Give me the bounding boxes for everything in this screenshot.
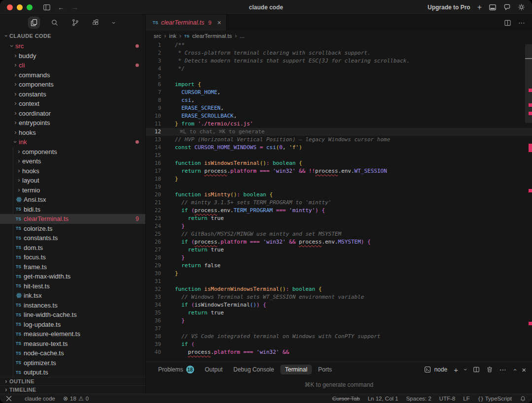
gear-icon[interactable] bbox=[518, 3, 525, 11]
breadcrumb-item[interactable]: ... bbox=[240, 33, 245, 39]
toggle-panel-icon[interactable] bbox=[489, 3, 497, 11]
cursor-tab-toggle[interactable]: Cursor Tab bbox=[332, 396, 360, 402]
tree-folder[interactable]: ›events bbox=[0, 156, 145, 166]
kill-terminal-icon[interactable] bbox=[486, 366, 493, 373]
tree-file[interactable]: ink.tsx bbox=[0, 291, 145, 301]
remote-icon[interactable] bbox=[6, 396, 12, 402]
scrollbar-thumb[interactable] bbox=[525, 44, 532, 123]
code-editor[interactable]: 1/**2 * Cross-platform terminal clearing… bbox=[146, 41, 532, 362]
tree-file[interactable]: TSlog-update.ts bbox=[0, 320, 145, 330]
tree-folder[interactable]: ›termio bbox=[0, 186, 145, 195]
tree-folder[interactable]: ›constants bbox=[0, 90, 145, 99]
tree-file[interactable]: TShit-test.ts bbox=[0, 281, 145, 291]
chevron-down-icon: › bbox=[12, 139, 19, 145]
language-mode-status[interactable]: {} TypeScript bbox=[478, 396, 512, 402]
tree-file[interactable]: TSbidi.ts bbox=[0, 205, 145, 215]
tree-folder[interactable]: ›context bbox=[0, 99, 145, 109]
error-mark bbox=[529, 144, 532, 152]
chevron-right-icon: › bbox=[12, 80, 19, 88]
minimize-window-button[interactable] bbox=[17, 4, 23, 10]
forward-icon[interactable]: → bbox=[71, 3, 78, 11]
tree-file[interactable]: TSframe.ts bbox=[0, 262, 145, 272]
tree-folder[interactable]: ›hooks bbox=[0, 128, 145, 138]
tree-file[interactable]: TSmeasure-text.ts bbox=[0, 339, 145, 349]
tree-file[interactable]: TSline-width-cache.ts bbox=[0, 310, 145, 320]
tree-folder[interactable]: ›components bbox=[0, 147, 145, 157]
breadcrumb-item[interactable]: src bbox=[154, 33, 161, 39]
panel-more-icon[interactable]: ⋯ bbox=[499, 366, 507, 373]
explorer-icon[interactable] bbox=[29, 17, 39, 28]
upgrade-to-pro-button[interactable]: Upgrade to Pro bbox=[428, 4, 470, 11]
eol-status[interactable]: LF bbox=[463, 396, 469, 402]
tree-folder[interactable]: ›src bbox=[0, 41, 145, 51]
sidebar-section-outline[interactable]: › OUTLINE bbox=[0, 377, 145, 385]
new-chat-icon[interactable]: + bbox=[477, 3, 482, 11]
ts-icon: TS bbox=[16, 245, 24, 250]
tree-folder[interactable]: ›entrypoints bbox=[0, 118, 145, 128]
tree-folder[interactable]: ›buddy bbox=[0, 51, 145, 61]
cursor-position-status[interactable]: Ln 12, Col 1 bbox=[367, 396, 398, 402]
line-number: 40 bbox=[146, 348, 167, 356]
workspace-status[interactable]: claude code bbox=[25, 396, 55, 402]
more-actions-icon[interactable]: ⋯ bbox=[518, 19, 525, 27]
ts-icon: TS bbox=[16, 207, 24, 212]
terminal-profile[interactable]: node bbox=[424, 366, 447, 373]
back-icon[interactable]: ← bbox=[58, 3, 65, 11]
terminal-view[interactable]: ⌘K to generate command bbox=[146, 376, 532, 394]
panel-tab-problems[interactable]: Problems18 bbox=[154, 364, 199, 375]
panel-tab-terminal[interactable]: Terminal bbox=[280, 365, 311, 374]
tree-file[interactable]: TSdom.ts bbox=[0, 243, 145, 253]
chevron-down-icon[interactable]: › bbox=[109, 20, 119, 25]
panel-tab-output[interactable]: Output bbox=[200, 365, 227, 374]
indentation-status[interactable]: Spaces: 2 bbox=[406, 396, 431, 402]
tree-file[interactable]: TSinstances.ts bbox=[0, 301, 145, 310]
tree-file[interactable]: TSfocus.ts bbox=[0, 252, 145, 262]
code-line: 14const CURSOR_HOME_WINDOWS = csi(0, 'f'… bbox=[146, 144, 532, 152]
tree-item-label: frame.ts bbox=[24, 263, 47, 271]
tree-file[interactable]: TSoptimizer.ts bbox=[0, 358, 145, 368]
split-terminal-icon[interactable] bbox=[473, 366, 480, 373]
tree-file[interactable]: TScolorize.ts bbox=[0, 224, 145, 234]
breadcrumb[interactable]: src›ink›TSclearTerminal.ts›... bbox=[146, 31, 532, 41]
tree-file[interactable]: TSclearTerminal.ts9 bbox=[0, 214, 145, 224]
terminal-dropdown-icon[interactable]: › bbox=[462, 369, 469, 371]
tree-folder[interactable]: ›commands bbox=[0, 70, 145, 80]
chat-icon[interactable] bbox=[503, 3, 511, 11]
panel-tab-ports[interactable]: Ports bbox=[314, 365, 336, 374]
tree-file[interactable]: Ansi.tsx bbox=[0, 195, 145, 205]
maximize-window-button[interactable] bbox=[27, 4, 33, 10]
problems-status[interactable]: ⊗ 18 ⚠ 0 bbox=[63, 395, 89, 402]
toggle-sidebar-icon[interactable] bbox=[43, 3, 51, 11]
notifications-bell-icon[interactable] bbox=[520, 396, 526, 402]
extensions-icon[interactable] bbox=[91, 17, 101, 28]
tree-folder[interactable]: ›coordinator bbox=[0, 109, 145, 119]
search-icon[interactable] bbox=[49, 17, 60, 28]
split-editor-icon[interactable] bbox=[504, 19, 511, 27]
editor-scrollbar[interactable] bbox=[525, 41, 532, 362]
encoding-status[interactable]: UTF-8 bbox=[439, 396, 456, 402]
tree-file[interactable]: TSget-max-width.ts bbox=[0, 272, 145, 281]
breadcrumb-item[interactable]: clearTerminal.ts bbox=[192, 33, 232, 39]
new-terminal-icon[interactable]: + bbox=[454, 366, 458, 373]
close-tab-icon[interactable]: × bbox=[217, 19, 221, 27]
tree-folder[interactable]: ›ink bbox=[0, 137, 145, 147]
breadcrumb-item[interactable]: ink bbox=[169, 33, 176, 39]
tree-folder[interactable]: ›components bbox=[0, 80, 145, 90]
tree-file[interactable]: TSconstants.ts bbox=[0, 233, 145, 243]
react-icon bbox=[16, 292, 24, 299]
tree-folder[interactable]: ›layout bbox=[0, 176, 145, 186]
chevron-right-icon: › bbox=[12, 61, 19, 68]
sidebar-section-timeline[interactable]: › TIMELINE bbox=[0, 385, 145, 394]
maximize-panel-icon[interactable]: › bbox=[511, 369, 518, 371]
source-control-icon[interactable] bbox=[70, 17, 81, 28]
tree-folder[interactable]: ›hooks bbox=[0, 166, 145, 176]
explorer-section-header[interactable]: › CLAUDE CODE bbox=[0, 31, 145, 41]
close-panel-icon[interactable]: × bbox=[522, 366, 526, 374]
tree-folder[interactable]: ›cli bbox=[0, 61, 145, 70]
tree-file[interactable]: TSoutput.ts bbox=[0, 368, 145, 377]
tree-file[interactable]: TSnode-cache.ts bbox=[0, 348, 145, 358]
tree-file[interactable]: TSmeasure-element.ts bbox=[0, 329, 145, 339]
tab-clearterminal[interactable]: TS clearTerminal.ts 9 × bbox=[146, 15, 227, 31]
close-window-button[interactable] bbox=[7, 4, 13, 10]
panel-tab-debug-console[interactable]: Debug Console bbox=[229, 365, 279, 374]
